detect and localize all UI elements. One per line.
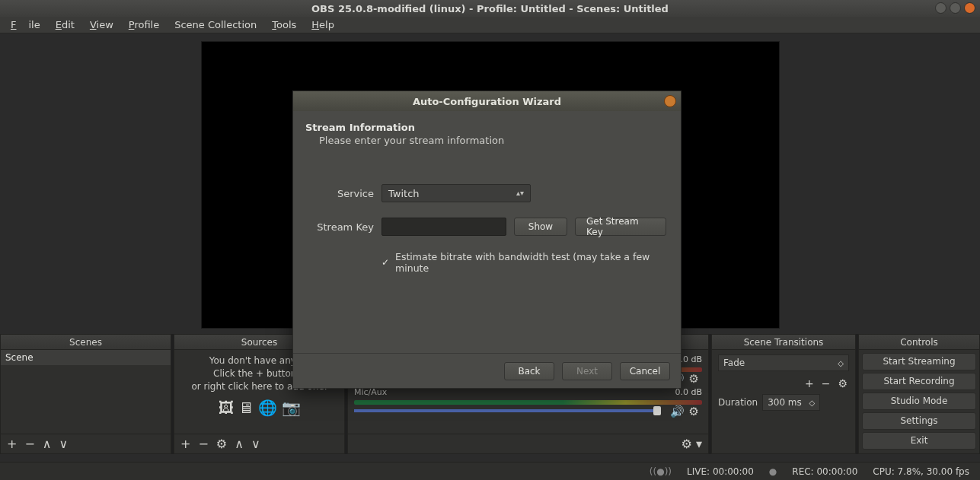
start-recording-button[interactable]: Start Recording [862,373,976,390]
scene-down-button[interactable]: ∨ [59,437,69,451]
controls-panel: Controls Start Streaming Start Recording… [858,334,980,454]
source-down-button[interactable]: ∨ [251,437,260,451]
browser-source-icon: 🌐 [258,397,277,418]
dialog-heading: Stream Information [305,122,669,133]
dialog-close-button[interactable] [664,95,676,107]
menu-tools[interactable]: Tools [266,17,302,32]
service-label: Service [305,188,374,199]
exit-button[interactable]: Exit [862,432,976,450]
chevron-updown-icon: ◇ [809,399,815,407]
display-source-icon: 🖥 [238,397,254,418]
source-settings-button[interactable]: ⚙ [216,437,227,451]
remove-source-button[interactable]: − [198,437,208,451]
camera-source-icon: 📷 [282,397,301,418]
chevron-updown-icon: ◇ [838,359,844,367]
mixer-settings-button[interactable]: ⚙ ▾ [682,437,702,451]
next-button: Next [562,362,612,380]
scene-up-button[interactable]: ∧ [43,437,52,451]
duration-label: Duration [718,397,758,408]
chevron-updown-icon: ▴▾ [516,191,524,195]
status-cpu: CPU: 7.8%, 30.00 fps [873,466,969,477]
minimize-icon[interactable] [935,2,946,14]
menu-scene-collection[interactable]: Scene Collection [168,17,263,32]
transitions-header: Scene Transitions [712,335,855,350]
menu-view[interactable]: View [84,17,120,32]
remove-transition-button[interactable]: − [822,377,831,389]
service-value: Twitch [388,188,420,199]
status-live: LIVE: 00:00:00 [687,466,754,477]
image-source-icon: 🖼 [219,397,234,418]
gear-icon[interactable]: ⚙ [689,372,699,386]
start-streaming-button[interactable]: Start Streaming [862,353,976,370]
window-title: OBS 25.0.8-modified (linux) - Profile: U… [311,3,669,14]
settings-button[interactable]: Settings [862,412,976,430]
cancel-button[interactable]: Cancel [620,362,670,380]
transition-selected-label: Fade [723,358,745,368]
menu-profile[interactable]: Profile [123,17,165,32]
estimate-bitrate-checkbox[interactable]: ✓ [381,257,389,268]
scenes-header: Scenes [1,335,171,350]
get-stream-key-button[interactable]: Get Stream Key [575,218,666,236]
estimate-bitrate-label: Estimate bitrate with bandwidth test (ma… [395,251,669,274]
speaker-icon[interactable]: 🔊 [670,405,685,418]
scene-item[interactable]: Scene [1,350,171,365]
show-button[interactable]: Show [514,218,567,236]
back-button[interactable]: Back [504,362,554,380]
scenes-panel: Scenes Scene + − ∧ ∨ [0,334,171,454]
close-icon[interactable] [964,2,975,14]
streamkey-label: Stream Key [305,221,374,233]
transition-settings-button[interactable]: ⚙ [838,377,848,389]
duration-stepper[interactable]: 300 ms ◇ [762,394,820,411]
menubar: File Edit View Profile Scene Collection … [0,17,980,33]
dialog-subheading: Please enter your stream information [305,135,669,146]
transition-select[interactable]: Fade ◇ [718,354,849,371]
auto-config-wizard-dialog: Auto-Configuration Wizard Stream Informa… [292,91,682,389]
menu-file[interactable]: File [5,17,46,32]
maximize-icon[interactable] [950,2,961,14]
menu-help[interactable]: Help [305,17,340,32]
remove-scene-button[interactable]: − [24,437,34,451]
statusbar: ((●)) LIVE: 00:00:00 ● REC: 00:00:00 CPU… [0,462,980,480]
record-icon: ● [769,466,777,477]
controls-header: Controls [859,335,979,350]
dialog-titlebar[interactable]: Auto-Configuration Wizard [293,91,681,111]
service-select[interactable]: Twitch ▴▾ [381,184,531,202]
status-rec: REC: 00:00:00 [792,466,857,477]
source-up-button[interactable]: ∧ [235,437,244,451]
dialog-title: Auto-Configuration Wizard [413,96,561,107]
add-source-button[interactable]: + [180,437,190,451]
streamkey-input[interactable] [381,218,506,236]
add-scene-button[interactable]: + [7,437,17,451]
menu-edit[interactable]: Edit [49,17,81,32]
window-titlebar: OBS 25.0.8-modified (linux) - Profile: U… [0,0,980,17]
transitions-panel: Scene Transitions Fade ◇ + − ⚙ Duration … [711,334,856,454]
add-transition-button[interactable]: + [805,377,814,389]
duration-value: 300 ms [768,397,802,408]
mixer-ch2-slider[interactable] [354,409,656,412]
broadcast-icon: ((●)) [650,466,672,477]
studio-mode-button[interactable]: Studio Mode [862,393,976,410]
gear-icon[interactable]: ⚙ [689,405,699,418]
mixer-ch2-meter [354,400,702,405]
mixer-channel-mic: Mic/Aux 0.0 dB 🔊 ⚙ [354,387,702,412]
